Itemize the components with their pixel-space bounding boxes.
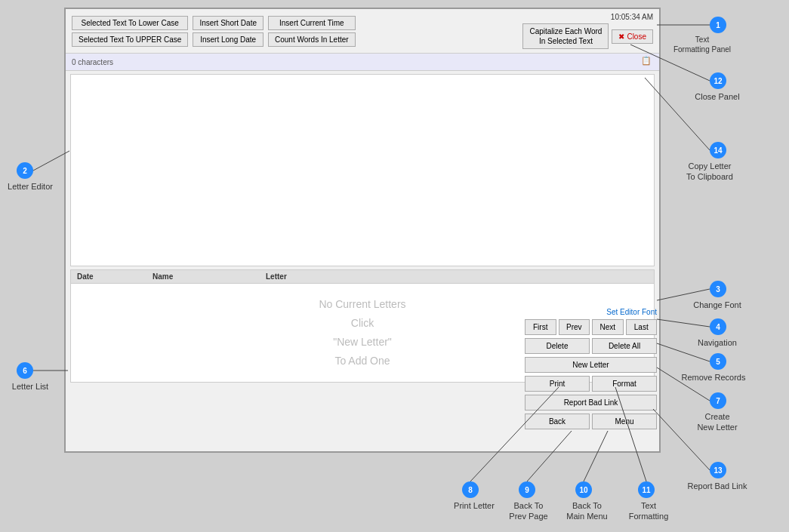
annotation-label-5: Remove Records [680, 372, 747, 383]
last-button[interactable]: Last [626, 319, 658, 335]
letter-list-header: Date Name Letter [71, 270, 654, 284]
close-panel-button[interactable]: ✖ Close [612, 29, 653, 44]
menu-button[interactable]: Menu [592, 414, 657, 429]
first-button[interactable]: First [525, 319, 556, 335]
navigation-row: First Prev Next Last [525, 319, 657, 335]
annotation-10: 10 [575, 481, 592, 498]
annotation-13: 13 [710, 462, 726, 478]
col-date-header: Date [77, 272, 153, 281]
capitalize-words-button[interactable]: Capitalize Each WordIn Selected Text [522, 23, 609, 49]
format-button[interactable]: Format [592, 376, 657, 392]
annotation-5: 5 [710, 353, 726, 370]
toolbar: Selected Text To Lower Case Selected Tex… [66, 9, 659, 54]
annotation-6: 6 [17, 362, 33, 379]
no-letters-message: No Current Letters Click "New Letter" To… [319, 295, 405, 371]
annotation-label-11: Text Formatting [621, 500, 676, 522]
annotation-4: 4 [710, 318, 726, 335]
annotation-label-6: Letter List [4, 381, 57, 392]
annotation-2: 2 [17, 162, 33, 179]
annotation-11: 11 [638, 481, 655, 498]
annotation-12: 12 [710, 72, 726, 89]
lower-case-button[interactable]: Selected Text To Lower Case [72, 16, 188, 30]
back-button[interactable]: Back [525, 414, 590, 429]
annotation-8: 8 [462, 481, 479, 498]
annotation-label-14: Copy LetterTo Clipboard [676, 161, 744, 183]
char-count-bar: 0 characters 📋 [66, 54, 659, 71]
back-menu-row: Back Menu [525, 414, 657, 429]
insert-current-time-button[interactable]: Insert Current Time [268, 16, 356, 30]
delete-all-button[interactable]: Delete All [592, 338, 657, 354]
annotation-label-3: Change Font [687, 300, 747, 310]
set-editor-font-link[interactable]: Set Editor Font [525, 308, 657, 316]
print-format-row: Print Format [525, 376, 657, 392]
print-button[interactable]: Print [525, 376, 590, 392]
count-words-button[interactable]: Count Words In Letter [268, 32, 356, 47]
char-count-text: 0 characters [72, 58, 113, 66]
prev-button[interactable]: Prev [559, 319, 590, 335]
annotation-label-4: Navigation [687, 337, 747, 348]
annotation-14: 14 [710, 142, 726, 158]
annotation-1: 1 [710, 17, 726, 33]
annotation-7: 7 [710, 392, 726, 409]
insert-short-date-button[interactable]: Insert Short Date [193, 16, 264, 30]
annotation-label-7: CreateNew Letter [683, 411, 751, 433]
annotation-label-1: TextFormatting Panel [672, 35, 732, 54]
annotation-9: 9 [519, 481, 535, 498]
svg-line-3 [657, 319, 710, 327]
col-letter-header: Letter [266, 272, 648, 281]
new-letter-button[interactable]: New Letter [525, 357, 657, 373]
col-name-header: Name [153, 272, 266, 281]
delete-button[interactable]: Delete [525, 338, 590, 354]
letter-editor[interactable] [70, 74, 655, 266]
next-button[interactable]: Next [592, 319, 624, 335]
annotation-label-10: Back ToMain Menu [562, 500, 612, 522]
right-controls-panel: Set Editor Font First Prev Next Last Del… [525, 308, 657, 432]
upper-case-button[interactable]: Selected Text To UPPER Case [72, 32, 188, 47]
annotation-label-12: Close Panel [687, 91, 747, 102]
report-bad-link-button[interactable]: Report Bad Link [525, 395, 657, 411]
annotation-label-8: Print Letter [452, 500, 497, 511]
annotation-3: 3 [710, 281, 726, 297]
annotation-label-9: Back ToPrev Page [506, 500, 551, 522]
svg-line-2 [657, 289, 710, 300]
insert-long-date-button[interactable]: Insert Long Date [193, 32, 264, 47]
delete-row: Delete Delete All [525, 338, 657, 354]
annotation-label-2: Letter Editor [4, 181, 57, 192]
copy-to-clipboard-icon[interactable]: 📋 [641, 56, 653, 68]
time-display: 10:05:34 AM [611, 13, 653, 21]
annotation-label-13: Report Bad Link [683, 481, 751, 491]
